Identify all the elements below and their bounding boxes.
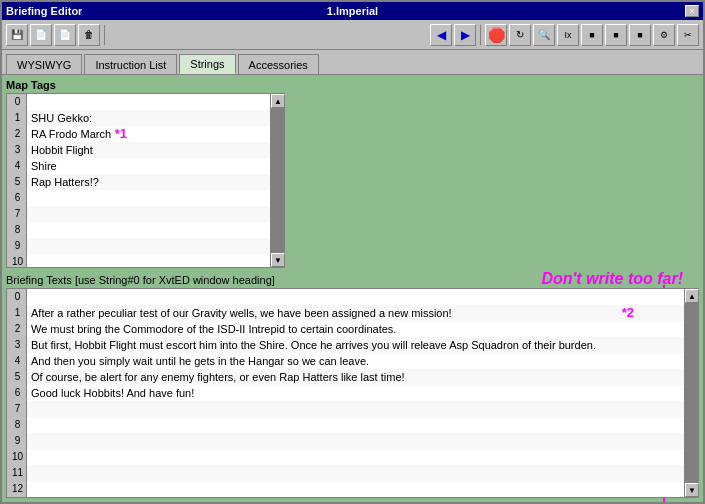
briefing-row-num-2: 2 (7, 321, 27, 337)
row-num-1: 1 (7, 110, 27, 126)
map-tag-row-9[interactable]: 9 (7, 238, 270, 254)
marker-1: *1 (111, 126, 127, 141)
briefing-row-content-4: And then you simply wait until he gets i… (27, 353, 684, 369)
briefing-row-10[interactable]: 10 (7, 449, 684, 465)
row-content-3: Hobbit Flight (27, 142, 270, 158)
briefing-row-content-6: Good luck Hobbits! And have fun! (27, 385, 684, 401)
tool-btn-7[interactable]: ■ (629, 24, 651, 46)
row-content-2: RA Frodo March *1 (27, 126, 270, 142)
zoom-button[interactable]: 🔍 (533, 24, 555, 46)
map-tags-list[interactable]: 01SHU Gekko:2RA Frodo March *13Hobbit Fl… (6, 93, 271, 268)
map-tag-row-8[interactable]: 8 (7, 222, 270, 238)
map-tag-row-3[interactable]: 3Hobbit Flight (7, 142, 270, 158)
row-num-8: 8 (7, 222, 27, 238)
briefing-row-num-4: 4 (7, 353, 27, 369)
export-button[interactable]: Ix (557, 24, 579, 46)
nav-back-button[interactable]: ◀ (430, 24, 452, 46)
briefing-scroll-up[interactable]: ▲ (685, 289, 699, 303)
row-num-9: 9 (7, 238, 27, 254)
main-content: Map Tags 01SHU Gekko:2RA Frodo March *13… (2, 74, 703, 502)
copy-button-1[interactable]: 📄 (30, 24, 52, 46)
scroll-up-arrow[interactable]: ▲ (271, 94, 285, 108)
briefing-row-content-3: But first, Hobbit Flight must escort him… (27, 337, 684, 353)
briefing-row-2[interactable]: 2We must bring the Commodore of the ISD-… (7, 321, 684, 337)
scroll-down-arrow[interactable]: ▼ (271, 253, 285, 267)
row-content-1: SHU Gekko: (27, 110, 270, 126)
nav-forward-button[interactable]: ▶ (454, 24, 476, 46)
tab-wysiwyg[interactable]: WYSIWYG (6, 54, 82, 74)
briefing-scroll-track (685, 303, 698, 483)
briefing-row-content-0 (27, 289, 684, 305)
briefing-row-num-5: 5 (7, 369, 27, 385)
row-content-5: Rap Hatters!? (27, 174, 270, 190)
briefing-row-content-11 (27, 465, 684, 481)
briefing-texts-section: 01After a rather peculiar test of our Gr… (6, 288, 699, 498)
save-button[interactable]: 💾 (6, 24, 28, 46)
rotate-button[interactable]: ↻ (509, 24, 531, 46)
map-tag-row-1[interactable]: 1SHU Gekko: (7, 110, 270, 126)
briefing-row-4[interactable]: 4And then you simply wait until he gets … (7, 353, 684, 369)
nav-buttons: ◀ ▶ (430, 24, 476, 46)
row-num-10: 10 (7, 254, 27, 268)
briefing-row-content-2: We must bring the Commodore of the ISD-I… (27, 321, 684, 337)
tool-btn-6[interactable]: ■ (605, 24, 627, 46)
briefing-row-num-12: 12 (7, 481, 27, 497)
map-tags-section: 01SHU Gekko:2RA Frodo March *13Hobbit Fl… (6, 93, 699, 268)
briefing-row-num-10: 10 (7, 449, 27, 465)
title-controls: × (685, 5, 699, 17)
briefing-row-content-12 (27, 481, 684, 497)
briefing-texts-list[interactable]: 01After a rather peculiar test of our Gr… (6, 288, 685, 498)
briefing-row-num-11: 11 (7, 465, 27, 481)
row-num-3: 3 (7, 142, 27, 158)
tab-instruction-list[interactable]: Instruction List (84, 54, 177, 74)
briefing-row-9[interactable]: 9 (7, 433, 684, 449)
briefing-rows: 01After a rather peculiar test of our Gr… (7, 289, 684, 497)
row-content-8 (27, 222, 270, 238)
tool-btn-5[interactable]: ■ (581, 24, 603, 46)
briefing-row-7[interactable]: 7 (7, 401, 684, 417)
briefing-row-num-7: 7 (7, 401, 27, 417)
row-num-6: 6 (7, 190, 27, 206)
briefing-row-content-1: After a rather peculiar test of our Grav… (27, 305, 684, 321)
map-tag-row-0[interactable]: 0 (7, 94, 270, 110)
cut-button[interactable]: ✂ (677, 24, 699, 46)
stop-button[interactable]: 🛑 (485, 24, 507, 46)
map-tag-row-2[interactable]: 2RA Frodo March *1 (7, 126, 270, 142)
map-tags-label: Map Tags (6, 79, 699, 91)
briefing-row-8[interactable]: 8 (7, 417, 684, 433)
briefing-row-num-9: 9 (7, 433, 27, 449)
briefing-row-1[interactable]: 1After a rather peculiar test of our Gra… (7, 305, 684, 321)
window-title: Briefing Editor (6, 5, 82, 17)
map-tag-row-4[interactable]: 4Shire (7, 158, 270, 174)
tab-strings[interactable]: Strings (179, 54, 235, 74)
map-tags-scrollbar[interactable]: ▲ ▼ (271, 93, 285, 268)
row-content-9 (27, 238, 270, 254)
briefing-row-3[interactable]: 3But first, Hobbit Flight must escort hi… (7, 337, 684, 353)
map-tag-row-5[interactable]: 5Rap Hatters!? (7, 174, 270, 190)
briefing-row-6[interactable]: 6Good luck Hobbits! And have fun! (7, 385, 684, 401)
tab-accessories[interactable]: Accessories (238, 54, 319, 74)
dont-write-label: Don't write too far! (541, 270, 683, 288)
briefing-row-0[interactable]: 0 (7, 289, 684, 305)
row-content-10 (27, 254, 270, 268)
briefing-row-12[interactable]: 12 (7, 481, 684, 497)
row-num-0: 0 (7, 94, 27, 110)
briefing-row-content-8 (27, 417, 684, 433)
map-tag-row-6[interactable]: 6 (7, 190, 270, 206)
briefing-scrollbar[interactable]: ▲ ▼ (685, 288, 699, 498)
briefing-row-content-9 (27, 433, 684, 449)
copy-button-2[interactable]: 📄 (54, 24, 76, 46)
briefing-row-5[interactable]: 5Of course, be alert for any enemy fight… (7, 369, 684, 385)
close-button[interactable]: × (685, 5, 699, 17)
map-tag-row-10[interactable]: 10 (7, 254, 270, 268)
briefing-scroll-down[interactable]: ▼ (685, 483, 699, 497)
settings-button[interactable]: ⚙ (653, 24, 675, 46)
row-num-5: 5 (7, 174, 27, 190)
delete-button[interactable]: 🗑 (78, 24, 100, 46)
briefing-row-11[interactable]: 11 (7, 465, 684, 481)
map-tag-row-7[interactable]: 7 (7, 206, 270, 222)
row-content-7 (27, 206, 270, 222)
row-num-2: 2 (7, 126, 27, 142)
row-content-6 (27, 190, 270, 206)
briefing-row-content-7 (27, 401, 684, 417)
